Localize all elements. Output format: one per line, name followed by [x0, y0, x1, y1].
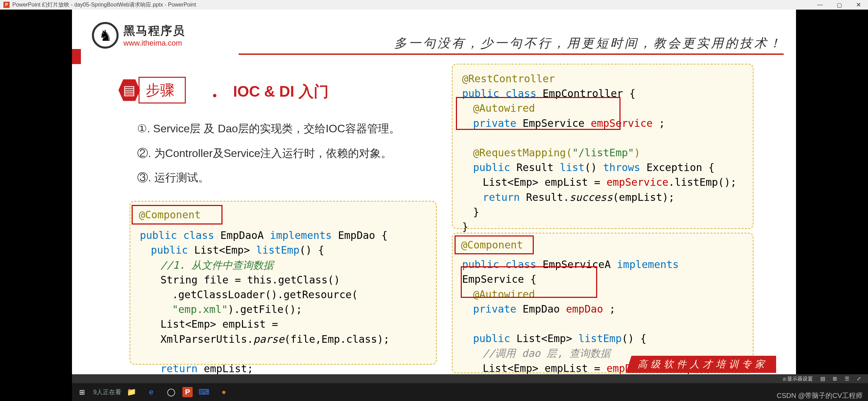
taskbar-chrome-icon[interactable]: ◯ — [162, 385, 180, 399]
start-button[interactable]: ⊞ — [73, 385, 91, 399]
code-box-dao: @Component public class EmpDaoA implemen… — [130, 201, 437, 365]
section-title: IOC & DI 入门 — [233, 82, 329, 102]
close-button[interactable]: ✕ — [849, 0, 868, 10]
step-item-3: ③. 运行测试。 — [137, 166, 400, 190]
taskbar-folder-icon[interactable]: 📁 — [123, 385, 140, 399]
statusbar-view-icon-3[interactable]: ☰ — [843, 376, 851, 382]
step-hexagon-icon: ▤ — [117, 78, 141, 102]
taskbar-edge-icon[interactable]: e — [143, 385, 160, 399]
footer-banner: 高级软件人才培训专家 — [626, 356, 776, 373]
logo-text-cn: 黑马程序员 — [123, 23, 185, 39]
watermark: CSDN @带脑子的CV工程师 — [777, 391, 863, 400]
maximize-button[interactable]: ▢ — [830, 0, 849, 10]
step-item-1: ①. Service层 及 Dao层的实现类，交给IOC容器管理。 — [137, 117, 400, 141]
code-box-service: @Component public class EmpServiceA impl… — [452, 233, 754, 373]
logo-icon: ♞ — [92, 22, 119, 49]
taskbar-misc-icon[interactable]: ● — [215, 385, 232, 399]
window-title: PowerPoint 幻灯片放映 - day05-SpringBootWeb请求… — [12, 1, 196, 9]
code-box-controller: @RestController public class EmpControll… — [452, 64, 754, 229]
statusbar: ⎚ 显示器设置 ▤ ⊞ ☰ ⤢ — [72, 374, 868, 383]
step-badge: ▤ 步骤 — [117, 77, 186, 104]
accent-block — [72, 49, 81, 64]
step-item-2: ②. 为Controller及Service注入运行时，依赖的对象。 — [137, 141, 400, 166]
taskbar: ⊞ 9人正在看 📁 e ◯ P ⌨ ● — [72, 383, 868, 401]
step-label: 步骤 — [138, 77, 186, 104]
annotation-component-service: @Component — [461, 239, 523, 251]
presentation-letterbox-left — [0, 10, 72, 383]
highlight-autowired-controller — [456, 97, 620, 130]
minimize-button[interactable]: — — [810, 0, 830, 10]
statusbar-view-icon-2[interactable]: ⊞ — [831, 376, 839, 382]
logo: ♞ 黑马程序员 www.itheima.com — [92, 22, 185, 49]
highlight-autowired-service — [461, 266, 597, 298]
statusbar-view-icon-4[interactable]: ⤢ — [855, 376, 863, 382]
steps-list: ①. Service层 及 Dao层的实现类，交给IOC容器管理。 ②. 为Co… — [137, 117, 400, 190]
logo-url: www.itheima.com — [123, 39, 185, 48]
bullet-dot: • — [213, 88, 217, 103]
statusbar-display-settings[interactable]: ⎚ 显示器设置 — [781, 376, 815, 382]
taskbar-powerpoint-icon[interactable]: P — [182, 387, 193, 397]
statusbar-view-icon-1[interactable]: ▤ — [818, 376, 827, 382]
taskbar-viewers-text: 9人正在看 — [93, 388, 121, 396]
presentation-letterbox-right — [796, 10, 868, 383]
annotation-component: @Component — [139, 209, 201, 221]
slide: ♞ 黑马程序员 www.itheima.com 多一句没有，少一句不行，用更短时… — [72, 10, 796, 374]
taskbar-editor-icon[interactable]: ⌨ — [195, 385, 213, 399]
window-titlebar: P PowerPoint 幻灯片放映 - day05-SpringBootWeb… — [0, 0, 868, 10]
powerpoint-icon: P — [3, 2, 10, 8]
divider — [239, 53, 784, 55]
slogan: 多一句没有，少一句不行，用更短时间，教会更实用的技术！ — [394, 35, 783, 52]
